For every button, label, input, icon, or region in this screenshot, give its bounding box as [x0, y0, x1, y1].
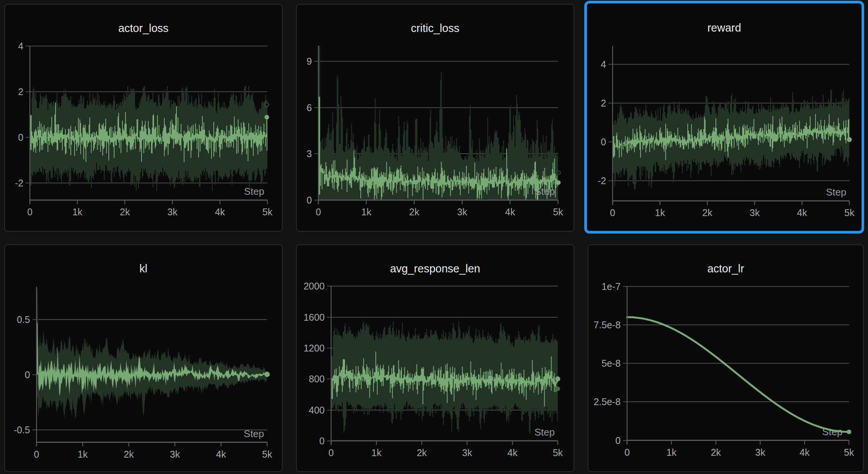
svg-text:reward: reward: [707, 22, 741, 34]
svg-text:3k: 3k: [462, 447, 472, 458]
svg-text:3: 3: [307, 148, 312, 159]
svg-text:1k: 1k: [72, 207, 83, 217]
svg-text:0: 0: [18, 132, 24, 143]
svg-text:3k: 3k: [755, 447, 765, 458]
svg-text:2000: 2000: [304, 281, 325, 291]
svg-text:2k: 2k: [120, 207, 130, 217]
svg-text:1k: 1k: [78, 449, 88, 460]
svg-text:0: 0: [610, 207, 615, 218]
svg-text:0: 0: [329, 447, 334, 458]
svg-text:5k: 5k: [262, 449, 272, 460]
svg-text:0: 0: [307, 195, 312, 205]
svg-text:5k: 5k: [553, 447, 563, 458]
svg-text:1600: 1600: [304, 312, 325, 323]
svg-text:7.5e-8: 7.5e-8: [594, 320, 621, 330]
svg-text:Step: Step: [244, 186, 265, 197]
svg-text:5k: 5k: [262, 207, 273, 217]
svg-text:5k: 5k: [553, 207, 563, 217]
svg-text:2k: 2k: [702, 207, 712, 218]
svg-text:5k: 5k: [844, 447, 854, 458]
svg-text:0: 0: [316, 207, 321, 217]
svg-text:Step: Step: [244, 428, 264, 439]
svg-text:1k: 1k: [655, 207, 665, 218]
svg-text:0: 0: [27, 207, 33, 217]
svg-text:2k: 2k: [124, 449, 134, 460]
svg-text:9: 9: [307, 56, 312, 67]
svg-text:0: 0: [601, 137, 606, 147]
svg-text:6: 6: [307, 102, 312, 113]
svg-text:3k: 3k: [167, 207, 178, 217]
svg-text:2.5e-8: 2.5e-8: [594, 396, 621, 407]
svg-text:kl: kl: [140, 262, 148, 275]
svg-text:3k: 3k: [170, 449, 180, 460]
svg-text:4k: 4k: [216, 449, 226, 460]
svg-text:4k: 4k: [505, 207, 515, 217]
svg-text:2: 2: [601, 98, 606, 108]
svg-text:Step: Step: [535, 186, 555, 197]
svg-text:2: 2: [18, 86, 24, 97]
svg-text:0: 0: [625, 447, 630, 458]
svg-text:5e-8: 5e-8: [602, 358, 621, 369]
svg-text:actor_loss: actor_loss: [118, 22, 169, 34]
svg-text:0: 0: [320, 436, 325, 446]
svg-text:3k: 3k: [457, 207, 467, 217]
svg-text:0.5: 0.5: [17, 314, 30, 325]
svg-text:Step: Step: [534, 426, 555, 438]
svg-text:4k: 4k: [215, 207, 225, 217]
svg-text:4: 4: [18, 41, 24, 51]
svg-text:400: 400: [309, 405, 325, 415]
svg-text:critic_loss: critic_loss: [411, 22, 459, 34]
svg-text:actor_lr: actor_lr: [707, 262, 744, 275]
svg-text:2k: 2k: [409, 207, 420, 217]
svg-text:3k: 3k: [750, 207, 760, 218]
svg-text:4k: 4k: [797, 207, 807, 218]
svg-text:avg_response_len: avg_response_len: [390, 262, 480, 275]
svg-text:800: 800: [309, 374, 325, 384]
svg-text:0: 0: [25, 369, 30, 380]
svg-text:4k: 4k: [507, 447, 518, 458]
svg-text:-2: -2: [598, 175, 606, 186]
svg-text:1k: 1k: [371, 447, 382, 458]
svg-text:4: 4: [601, 59, 606, 70]
svg-text:1200: 1200: [304, 343, 325, 353]
svg-text:2k: 2k: [711, 447, 721, 458]
svg-text:2k: 2k: [417, 447, 427, 458]
svg-text:-2: -2: [15, 178, 23, 188]
svg-text:1k: 1k: [666, 447, 677, 458]
svg-text:-0.5: -0.5: [14, 425, 30, 435]
svg-text:Step: Step: [826, 186, 847, 198]
svg-text:4k: 4k: [800, 447, 810, 458]
svg-text:0: 0: [34, 449, 39, 460]
svg-text:1k: 1k: [361, 207, 372, 217]
svg-text:0: 0: [615, 435, 621, 446]
svg-text:1e-7: 1e-7: [602, 281, 621, 292]
svg-text:5k: 5k: [844, 207, 855, 218]
